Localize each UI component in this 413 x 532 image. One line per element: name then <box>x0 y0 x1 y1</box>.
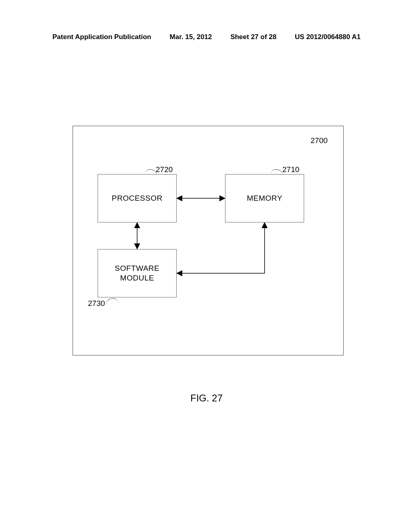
figure-label: FIG. 27 <box>0 393 413 404</box>
arrow-memory-software <box>177 223 265 273</box>
connectors <box>0 0 413 532</box>
